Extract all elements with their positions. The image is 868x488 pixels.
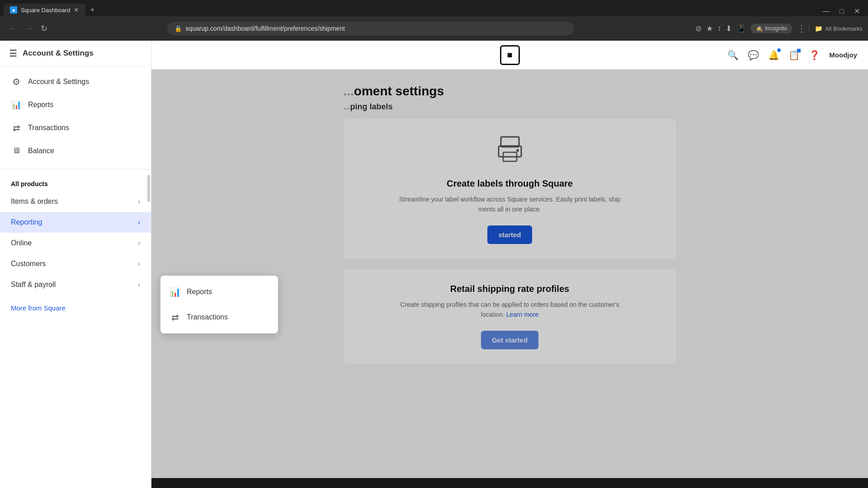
sidebar-header[interactable]: ☰ Account & Settings bbox=[0, 41, 151, 66]
bookmarks-label: All Bookmarks bbox=[825, 25, 863, 32]
square-logo: ■ bbox=[500, 45, 520, 65]
hamburger-icon: ☰ bbox=[9, 48, 17, 59]
incognito-badge: 🕵 Incognito bbox=[750, 23, 793, 33]
address-text: squarup.com/dashboard/fulfillment/prefer… bbox=[185, 25, 345, 32]
tab-title: Square Dashboard bbox=[21, 7, 70, 14]
online-label: Online bbox=[11, 239, 32, 247]
sidebar-item-label-reports: Reports bbox=[28, 101, 53, 109]
new-tab-button[interactable]: + bbox=[85, 4, 99, 16]
chevron-reporting-icon: › bbox=[138, 218, 140, 226]
notifications-button[interactable]: 🔔 bbox=[768, 50, 779, 61]
minimize-button[interactable]: — bbox=[818, 6, 834, 16]
eyedropper-button[interactable]: ⊘ bbox=[695, 24, 702, 33]
browser-chrome: ■ Square Dashboard ✕ + — □ ✕ ← → ↻ 🔒 squ… bbox=[0, 0, 868, 41]
sidebar-item-reporting[interactable]: Reporting › bbox=[0, 212, 151, 233]
more-from-square-section: More from Square bbox=[0, 295, 151, 321]
sidebar-item-account-settings[interactable]: ⚙ Account & Settings bbox=[0, 70, 151, 94]
tab-favicon: ■ bbox=[10, 6, 17, 14]
sidebar-item-label-transactions: Transactions bbox=[28, 124, 69, 132]
window-controls: — □ ✕ bbox=[818, 6, 864, 16]
dropdown-reports-icon: 📊 bbox=[170, 286, 180, 297]
dropdown-item-reports[interactable]: 📊 Reports bbox=[160, 279, 278, 305]
sidebar-item-transactions[interactable]: ⇄ Transactions bbox=[0, 116, 151, 140]
dropdown-item-transactions[interactable]: ⇄ Transactions bbox=[160, 305, 278, 330]
user-label[interactable]: Moodjoy bbox=[829, 51, 857, 59]
incognito-label: Incognito bbox=[765, 25, 787, 32]
sidebar-item-reports[interactable]: 📊 Reports bbox=[0, 94, 151, 116]
incognito-icon: 🕵 bbox=[756, 25, 763, 32]
topbar-actions: 🔍 💬 🔔 📋 ❓ Moodjoy bbox=[727, 50, 857, 61]
sidebar-item-items-orders[interactable]: Items & orders › bbox=[0, 191, 151, 212]
items-orders-label: Items & orders bbox=[11, 197, 58, 206]
staff-payroll-label: Staff & payroll bbox=[11, 281, 56, 289]
sidebar-scroll-indicator[interactable] bbox=[147, 175, 150, 202]
lock-icon: 🔒 bbox=[175, 25, 182, 32]
reporting-label: Reporting bbox=[11, 218, 42, 226]
browser-tab[interactable]: ■ Square Dashboard ✕ bbox=[4, 4, 85, 16]
dashboard-button[interactable]: 📋 bbox=[788, 50, 800, 61]
search-button[interactable]: 🔍 bbox=[727, 50, 739, 61]
chevron-staff-icon: › bbox=[138, 281, 140, 289]
sidebar-item-staff-payroll[interactable]: Staff & payroll › bbox=[0, 274, 151, 295]
bookmarks-folder-icon: 📁 bbox=[815, 25, 822, 32]
close-button[interactable]: ✕ bbox=[849, 6, 864, 16]
menu-button[interactable]: ⋮ bbox=[797, 23, 806, 34]
dropdown-transactions-label: Transactions bbox=[187, 313, 228, 321]
reports-icon: 📊 bbox=[11, 100, 22, 110]
chevron-online-icon: › bbox=[138, 239, 140, 247]
reporting-dropdown: 📊 Reports ⇄ Transactions bbox=[160, 276, 278, 333]
device-button[interactable]: 📱 bbox=[736, 24, 746, 33]
forward-button[interactable]: → bbox=[22, 22, 35, 35]
sidebar-header-title: Account & Settings bbox=[23, 49, 94, 58]
back-button[interactable]: ← bbox=[5, 22, 19, 35]
chevron-customers-icon: › bbox=[138, 260, 140, 268]
messages-button[interactable]: 💬 bbox=[748, 50, 759, 61]
address-bar[interactable]: 🔒 squarup.com/dashboard/fulfillment/pref… bbox=[167, 22, 574, 35]
transactions-icon: ⇄ bbox=[11, 122, 22, 133]
browser-toolbar-actions: ⊘ ★ ↕ ⬇ 📱 🕵 Incognito ⋮ bbox=[695, 23, 806, 34]
more-from-square-link[interactable]: More from Square bbox=[11, 304, 66, 312]
download-button[interactable]: ⬇ bbox=[726, 24, 732, 33]
reload-button[interactable]: ↻ bbox=[38, 22, 50, 35]
dropdown-reports-label: Reports bbox=[187, 288, 212, 296]
sidebar-item-label-account: Account & Settings bbox=[28, 78, 89, 86]
customers-label: Customers bbox=[11, 260, 46, 268]
bookmarks-bar-section: 📁 All Bookmarks bbox=[809, 25, 863, 32]
topbar: ■ 🔍 💬 🔔 📋 ❓ Moodjoy bbox=[151, 41, 868, 70]
sidebar-item-label-balance: Balance bbox=[28, 147, 54, 155]
sidebar-top-section: ⚙ Account & Settings 📊 Reports ⇄ Transac… bbox=[0, 66, 151, 165]
notification-badge bbox=[777, 48, 781, 52]
app-container: ☰ Account & Settings ⚙ Account & Setting… bbox=[0, 41, 868, 488]
chevron-items-orders-icon: › bbox=[138, 197, 140, 206]
sidebar-divider bbox=[0, 169, 151, 169]
balance-icon: 🖥 bbox=[11, 146, 22, 155]
bookmark-button[interactable]: ★ bbox=[706, 24, 713, 33]
tab-close-icon[interactable]: ✕ bbox=[74, 6, 79, 14]
sidebar-item-online[interactable]: Online › bbox=[0, 233, 151, 253]
settings-icon: ⚙ bbox=[11, 76, 22, 87]
help-button[interactable]: ❓ bbox=[809, 50, 820, 61]
sidebar-item-balance[interactable]: 🖥 Balance bbox=[0, 140, 151, 162]
sidebar: ☰ Account & Settings ⚙ Account & Setting… bbox=[0, 41, 151, 488]
sidebar-section-label: All products bbox=[0, 173, 151, 191]
restore-button[interactable]: □ bbox=[835, 6, 849, 16]
dropdown-transactions-icon: ⇄ bbox=[170, 312, 180, 323]
profile-button[interactable]: ↕ bbox=[717, 24, 722, 33]
sidebar-item-customers[interactable]: Customers › bbox=[0, 253, 151, 274]
dashboard-badge bbox=[797, 49, 801, 52]
sidebar-products-section: All products Items & orders › Reporting … bbox=[0, 173, 151, 295]
